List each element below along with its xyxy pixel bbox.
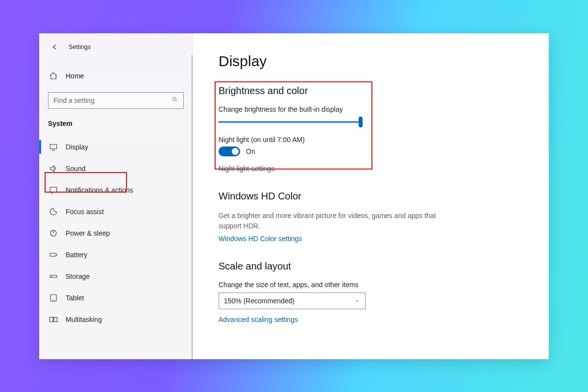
- multitasking-icon: [48, 315, 59, 324]
- scale-select-value: 150% (Recommended): [224, 297, 294, 305]
- sidebar-item-focus-assist[interactable]: Focus assist: [39, 201, 193, 222]
- sidebar-item-label: Display: [66, 143, 88, 151]
- sidebar-home-label: Home: [66, 72, 84, 80]
- nav-list: Display Sound Notifications & actions Fo…: [39, 136, 193, 330]
- sidebar-item-battery[interactable]: Battery: [39, 244, 193, 266]
- night-light-toggle[interactable]: [219, 147, 240, 156]
- sidebar-item-label: Multitasking: [66, 316, 102, 323]
- topbar: Settings: [39, 33, 193, 59]
- hd-color-heading: Windows HD Color: [219, 191, 523, 202]
- svg-rect-1: [50, 144, 57, 148]
- slider-track: [219, 121, 361, 122]
- brightness-slider[interactable]: [219, 116, 361, 128]
- svg-point-6: [51, 276, 52, 276]
- main-content: Display Brightness and color Change brig…: [193, 33, 549, 359]
- scale-layout-group: Scale and layout Change the size of text…: [219, 261, 523, 324]
- toggle-knob: [232, 148, 239, 155]
- sidebar-scrollbar[interactable]: [192, 55, 193, 359]
- display-icon: [48, 143, 59, 151]
- sidebar-item-label: Battery: [66, 251, 87, 259]
- scale-change-label: Change the size of text, apps, and other…: [219, 281, 523, 289]
- sidebar-item-storage[interactable]: Storage: [39, 266, 193, 287]
- night-light-settings-link[interactable]: Night light settings: [219, 165, 274, 172]
- sidebar-item-label: Sound: [66, 165, 85, 172]
- sidebar-item-display[interactable]: Display: [39, 136, 193, 158]
- sidebar: Settings Home System Display: [39, 33, 193, 359]
- brightness-color-group: Brightness and color Change brightness f…: [219, 84, 523, 173]
- notifications-icon: [48, 186, 59, 195]
- search-box[interactable]: [48, 92, 184, 109]
- sidebar-item-sound[interactable]: Sound: [39, 158, 193, 179]
- category-label: System: [39, 109, 193, 131]
- svg-rect-9: [54, 317, 57, 321]
- night-light-label: Night light (on until 7:00 AM): [219, 136, 523, 144]
- sidebar-item-tablet[interactable]: Tablet: [39, 287, 193, 309]
- svg-rect-2: [50, 187, 57, 193]
- window-title: Settings: [69, 44, 91, 50]
- night-light-toggle-row: On: [219, 147, 523, 156]
- sidebar-item-label: Notifications & actions: [66, 186, 133, 194]
- svg-rect-5: [50, 275, 57, 277]
- back-button[interactable]: [48, 40, 62, 54]
- battery-icon: [48, 250, 59, 259]
- tablet-icon: [48, 294, 59, 302]
- hd-color-description: Get a brighter and more vibrant picture …: [219, 211, 454, 231]
- scale-select[interactable]: 150% (Recommended): [219, 293, 366, 309]
- svg-point-0: [172, 97, 176, 100]
- chevron-down-icon: [354, 298, 360, 304]
- sidebar-item-multitasking[interactable]: Multitasking: [39, 309, 193, 330]
- advanced-scaling-link[interactable]: Advanced scaling settings: [219, 316, 298, 323]
- sidebar-item-label: Storage: [66, 272, 90, 280]
- svg-rect-8: [50, 317, 53, 321]
- sidebar-item-label: Focus assist: [66, 208, 104, 216]
- home-icon: [48, 72, 59, 80]
- sidebar-home[interactable]: Home: [39, 67, 193, 85]
- sidebar-item-label: Tablet: [66, 294, 84, 302]
- arrow-left-icon: [51, 43, 59, 51]
- sidebar-item-notifications[interactable]: Notifications & actions: [39, 179, 193, 201]
- settings-window: Settings Home System Display: [39, 33, 549, 359]
- search-icon: [172, 96, 178, 105]
- storage-icon: [48, 272, 59, 281]
- brightness-slider-label: Change brightness for the built-in displ…: [219, 105, 523, 113]
- sidebar-item-power-sleep[interactable]: Power & sleep: [39, 222, 193, 244]
- scale-heading: Scale and layout: [219, 261, 523, 272]
- brightness-heading: Brightness and color: [219, 85, 523, 97]
- search-input[interactable]: [53, 97, 172, 104]
- hd-color-group: Windows HD Color Get a brighter and more…: [219, 191, 523, 243]
- sound-icon: [48, 164, 59, 173]
- toggle-state-label: On: [246, 147, 255, 155]
- slider-thumb[interactable]: [359, 117, 363, 127]
- page-title: Display: [219, 53, 523, 70]
- sidebar-item-label: Power & sleep: [66, 229, 110, 237]
- svg-rect-4: [50, 253, 56, 256]
- search-wrap: [39, 85, 193, 109]
- hd-color-settings-link[interactable]: Windows HD Color settings: [219, 235, 302, 243]
- focus-assist-icon: [48, 207, 59, 216]
- power-icon: [48, 229, 59, 238]
